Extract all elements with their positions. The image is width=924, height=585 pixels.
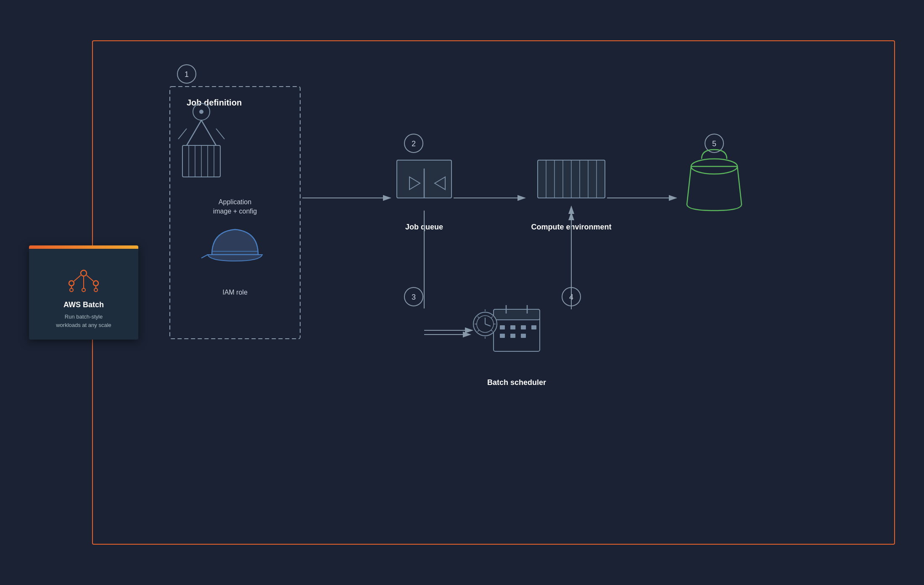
diagram-svg: 1 Job definition Applicatio (147, 49, 916, 553)
svg-line-25 (201, 255, 208, 258)
step5-number: 5 (712, 140, 716, 148)
svg-rect-52 (521, 334, 526, 338)
svg-rect-50 (500, 334, 505, 338)
step2-number: 2 (412, 140, 416, 148)
svg-line-22 (178, 129, 187, 139)
card-top-bar (29, 245, 138, 249)
svg-point-4 (82, 288, 85, 292)
svg-line-21 (201, 120, 216, 145)
svg-rect-53 (531, 325, 536, 329)
svg-point-5 (94, 288, 98, 292)
outer-container: AWS Batch Run batch-styleworkloads at an… (21, 24, 903, 561)
svg-rect-47 (500, 325, 505, 329)
iam-role-icon (201, 229, 262, 261)
app-image-label-line2: image + config (213, 208, 257, 215)
job-queue-icon (397, 160, 451, 198)
svg-point-1 (69, 281, 74, 286)
compute-env-icon (538, 160, 605, 198)
svg-rect-48 (510, 325, 515, 329)
app-image-icon (178, 103, 224, 177)
svg-line-20 (187, 120, 201, 145)
svg-rect-49 (521, 325, 526, 329)
iam-role-label: IAM role (222, 289, 248, 296)
aws-batch-service-icon (65, 261, 103, 293)
svg-point-0 (81, 270, 87, 276)
svg-line-6 (74, 275, 81, 281)
svg-line-23 (216, 129, 224, 139)
app-image-label-line1: Application (219, 198, 251, 206)
s3-bucket-icon (687, 150, 742, 211)
svg-point-19 (199, 110, 203, 114)
batch-scheduler-icon (473, 305, 540, 351)
aws-batch-subtitle: Run batch-styleworkloads at any scale (56, 313, 111, 329)
batch-scheduler-label: Batch scheduler (487, 378, 546, 387)
svg-point-3 (70, 288, 73, 292)
svg-line-7 (87, 275, 93, 281)
svg-rect-44 (494, 309, 540, 320)
aws-batch-title: AWS Batch (63, 300, 104, 309)
card-content: AWS Batch Run batch-styleworkloads at an… (29, 249, 138, 340)
svg-point-2 (93, 281, 98, 286)
svg-rect-51 (510, 334, 515, 338)
step1-number: 1 (185, 70, 189, 79)
aws-batch-card: AWS Batch Run batch-styleworkloads at an… (29, 245, 138, 340)
step3-number: 3 (412, 293, 416, 301)
